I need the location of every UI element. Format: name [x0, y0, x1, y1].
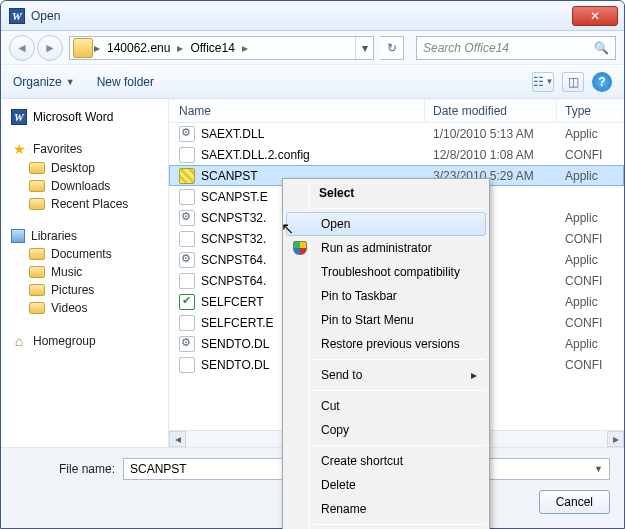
close-icon: ✕: [590, 9, 600, 23]
ctx-label: Delete: [321, 478, 356, 492]
file-name: SCNPST32.: [201, 211, 266, 225]
back-button[interactable]: ◄: [9, 35, 35, 61]
ctx-restore-versions[interactable]: Restore previous versions: [286, 332, 486, 356]
ctx-open[interactable]: Open: [286, 212, 486, 236]
col-name[interactable]: Name: [169, 99, 425, 122]
ctx-label: Send to: [321, 368, 362, 382]
chevron-down-icon: ▼: [66, 77, 75, 87]
organize-label: Organize: [13, 75, 62, 89]
ctx-delete[interactable]: Delete: [286, 473, 486, 497]
cancel-button[interactable]: Cancel: [539, 490, 610, 514]
shield-icon: [292, 240, 308, 256]
pane-icon: ◫: [568, 75, 579, 89]
star-icon: ★: [11, 141, 27, 157]
file-date: 12/8/2010 1:08 AM: [425, 148, 557, 162]
refresh-button[interactable]: ↻: [380, 36, 404, 60]
chevron-down-icon: ▼: [594, 464, 603, 474]
file-type: Applic: [557, 253, 624, 267]
ctx-label: Open: [321, 217, 350, 231]
filename-label: File name:: [15, 462, 115, 476]
ctx-copy[interactable]: Copy: [286, 418, 486, 442]
breadcrumb-item[interactable]: 140062.enu: [101, 37, 176, 59]
sidebar-item-label: Pictures: [51, 283, 94, 297]
sidebar-item-desktop[interactable]: Desktop: [11, 159, 168, 177]
forward-button[interactable]: ►: [37, 35, 63, 61]
sidebar-favorites-header[interactable]: ★ Favorites: [11, 135, 168, 159]
sidebar-head-label: Libraries: [31, 229, 77, 243]
address-bar[interactable]: ▸ 140062.enu ▸ Office14 ▸ ▾: [69, 36, 374, 60]
file-icon: [179, 210, 195, 226]
sidebar-head-label: Homegroup: [33, 334, 96, 348]
address-dropdown[interactable]: ▾: [355, 37, 373, 59]
word-icon: W: [11, 109, 27, 125]
view-button[interactable]: ☷▼: [532, 72, 554, 92]
file-icon: [179, 189, 195, 205]
preview-pane-button[interactable]: ◫: [562, 72, 584, 92]
col-type[interactable]: Type: [557, 99, 624, 122]
ctx-create-shortcut[interactable]: Create shortcut: [286, 449, 486, 473]
sidebar: W Microsoft Word ★ Favorites Desktop Dow…: [1, 99, 169, 447]
file-icon: [179, 147, 195, 163]
ctx-troubleshoot[interactable]: Troubleshoot compatibility: [286, 260, 486, 284]
folder-icon: [29, 266, 45, 278]
open-dialog-window: W Open ✕ ◄ ► ▸ 140062.enu ▸ Office14 ▸ ▾…: [0, 0, 625, 529]
ctx-label: Cut: [321, 399, 340, 413]
cancel-label: Cancel: [556, 495, 593, 509]
ctx-label: Pin to Taskbar: [321, 289, 397, 303]
ctx-label: Create shortcut: [321, 454, 403, 468]
scroll-right-icon[interactable]: ▸: [607, 431, 624, 447]
ctx-pin-start[interactable]: Pin to Start Menu: [286, 308, 486, 332]
file-name: SAEXT.DLL.2.config: [201, 148, 310, 162]
file-icon: [179, 168, 195, 184]
breadcrumb-item[interactable]: Office14: [184, 37, 240, 59]
file-name: SELFCERT: [201, 295, 263, 309]
file-name: SENDTO.DL: [201, 337, 269, 351]
ctx-pin-taskbar[interactable]: Pin to Taskbar: [286, 284, 486, 308]
sidebar-item-label: Music: [51, 265, 82, 279]
crumb-arrow-icon[interactable]: ▸: [241, 41, 249, 55]
file-icon: [179, 252, 195, 268]
back-icon: ◄: [16, 41, 28, 55]
file-name: SCNPST32.: [201, 232, 266, 246]
sidebar-item-downloads[interactable]: Downloads: [11, 177, 168, 195]
file-icon: [179, 273, 195, 289]
help-button[interactable]: ?: [592, 72, 612, 92]
file-icon: [179, 315, 195, 331]
new-folder-button[interactable]: New folder: [97, 75, 154, 89]
sidebar-item-label: Recent Places: [51, 197, 128, 211]
close-button[interactable]: ✕: [572, 6, 618, 26]
crumb-arrow-icon[interactable]: ▸: [176, 41, 184, 55]
col-date[interactable]: Date modified: [425, 99, 557, 122]
sidebar-libraries-header[interactable]: Libraries: [11, 223, 168, 245]
crumb-arrow-icon[interactable]: ▸: [93, 41, 101, 55]
ctx-label: Rename: [321, 502, 366, 516]
view-icon: ☷: [533, 75, 544, 89]
ctx-rename[interactable]: Rename: [286, 497, 486, 521]
file-type: Applic: [557, 337, 624, 351]
sidebar-item-recent[interactable]: Recent Places: [11, 195, 168, 213]
sidebar-app-label: Microsoft Word: [33, 110, 113, 124]
file-row[interactable]: SAEXT.DLL1/10/2010 5:13 AMApplic: [169, 123, 624, 144]
search-input[interactable]: Search Office14 🔍: [416, 36, 616, 60]
filetype-filter[interactable]: ▼: [470, 458, 610, 480]
scroll-left-icon[interactable]: ◂: [169, 431, 186, 447]
sidebar-item-videos[interactable]: Videos: [11, 299, 168, 317]
toolbar: Organize ▼ New folder ☷▼ ◫ ?: [1, 65, 624, 99]
ctx-cut[interactable]: Cut: [286, 394, 486, 418]
ctx-run-admin[interactable]: Run as administrator: [286, 236, 486, 260]
sidebar-homegroup[interactable]: ⌂ Homegroup: [11, 327, 168, 351]
folder-icon: [29, 248, 45, 260]
file-name: SCANPST: [201, 169, 258, 183]
sidebar-item-pictures[interactable]: Pictures: [11, 281, 168, 299]
file-row[interactable]: SAEXT.DLL.2.config12/8/2010 1:08 AMCONFI: [169, 144, 624, 165]
ctx-label: Restore previous versions: [321, 337, 460, 351]
sidebar-item-documents[interactable]: Documents: [11, 245, 168, 263]
file-name: SENDTO.DL: [201, 358, 269, 372]
file-icon: [179, 357, 195, 373]
file-icon: [179, 231, 195, 247]
organize-button[interactable]: Organize ▼: [13, 75, 75, 89]
file-type: Applic: [557, 211, 624, 225]
sidebar-app-filter[interactable]: W Microsoft Word: [11, 105, 168, 135]
sidebar-item-music[interactable]: Music: [11, 263, 168, 281]
ctx-send-to[interactable]: Send to▸: [286, 363, 486, 387]
